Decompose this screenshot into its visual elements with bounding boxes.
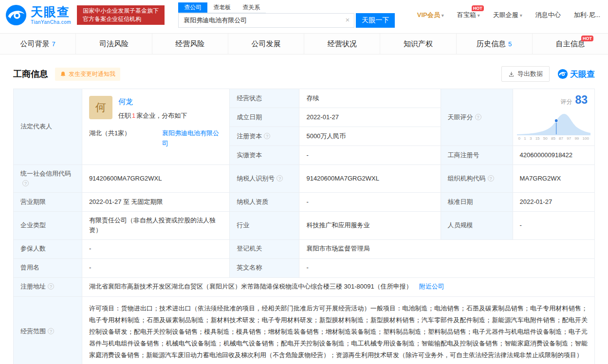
company-count[interactable]: 1 [132,112,135,119]
search-tab-company[interactable]: 查公司 [178,2,207,13]
score-value: 83 [575,93,588,106]
field-label-company-type: 企业类型 [14,212,82,239]
field-label-address: 注册地址? [14,277,82,296]
tab-label: 知识产权 [404,39,433,49]
info-icon[interactable]: ? [264,133,270,139]
business-info-table: 法定代表人 何 何龙 任职1家企业，分布如下 湖北（共1家） 襄阳弗迪电池有限公… [13,89,595,364]
hot-badge: HOT [472,5,484,11]
section-toolbar: 工商信息 发生变更时通知我 导出数据 天眼查 [13,66,595,82]
field-value-address: 湖北省襄阳市高新技术开发区湖北自贸区（襄阳片区）米芾路陆港保税物流中心综合楼三楼… [82,277,594,296]
logo-text: 天眼查 TianYanCha.com [31,6,71,25]
tab-label: 司法风险 [99,39,129,49]
export-data-button[interactable]: 导出数据 [501,66,550,82]
hot-badge: HOT [581,36,593,41]
search-button[interactable]: 天眼一下 [356,13,395,28]
tianyancha-logo-icon [5,4,27,26]
clear-icon[interactable]: × [345,16,350,24]
field-label-registration-no: 工商注册号 [441,146,513,165]
field-value-staff-size: - [513,212,594,239]
chevron-down-icon: ▾ [520,13,522,18]
legal-rep-name-link[interactable]: 何龙 [118,96,133,107]
field-value-registered-capital: 5000万人民币 [299,127,441,146]
search-tab-relation[interactable]: 查关系 [237,2,266,13]
field-label-business-scope: 经营范围? [14,296,82,364]
field-label-insured-staff: 参保人数 [14,239,82,258]
field-value-business-scope: 许可项目：货物进出口；技术进出口（依法须经批准的项目，经相关部门批准后方可开展经… [82,296,594,364]
legal-rep-position: 任职1家企业，分布如下 [118,111,187,121]
menu-user[interactable]: 加利·尼... [574,11,600,19]
tab-company-development[interactable]: 公司发展 [228,34,304,54]
field-value-taxpayer-qualification: - [299,193,441,212]
field-value-company-type: 有限责任公司（非自然人投资或控股的法人独资） [82,212,229,239]
notify-change-button[interactable]: 发生变更时通知我 [55,68,120,81]
score-axis: 013155085879799100 [517,135,590,142]
info-icon[interactable]: ? [488,175,494,182]
field-label-credit-code: 统一社会信用代码? [14,165,82,193]
menu-enterprise-service[interactable]: 天眼企服▾ [493,11,522,19]
tab-count: 7 [52,40,55,48]
info-icon[interactable]: ? [22,180,29,186]
tianyancha-watermark: 天眼查 [557,69,595,80]
nearby-companies-link[interactable]: 附近公司 [419,283,444,290]
score-prefix: 评分 [560,98,572,105]
field-label-legal-rep: 法定代表人 [14,89,82,165]
tab-operating-status[interactable]: 经营状况 [304,34,380,54]
legal-rep-company-link[interactable]: 襄阳弗迪电池有限公司 [162,128,222,148]
site-header: 天眼查 TianYanCha.com 国家中小企业发展子基金旗下 官方备案企业征… [0,0,608,30]
search-input[interactable] [178,13,354,28]
menu-treasure-label: 百宝箱 [457,11,476,18]
menu-message-center[interactable]: 消息中心 [535,11,561,19]
chevron-down-icon: ▾ [442,13,444,18]
tab-self-info[interactable]: HOT自主信息 [532,34,608,54]
field-value-paid-capital: - [299,146,441,165]
download-icon [508,71,515,77]
menu-vip-label: VIP会员 [417,11,440,18]
field-value-legal-rep: 何 何龙 任职1家企业，分布如下 湖北（共1家） 襄阳弗迪电池有限公司 [82,89,229,165]
menu-treasure-box[interactable]: HOT百宝箱▾ [457,11,480,19]
notify-change-label: 发生变更时通知我 [69,70,115,78]
info-icon[interactable]: ? [48,283,54,290]
chevron-down-icon: ▾ [478,13,480,18]
field-value-registration-authority: 襄阳市市场监督管理局 [299,239,595,258]
field-value-english-name: - [299,258,595,277]
tianyancha-logo[interactable]: 天眼查 TianYanCha.com [5,4,71,26]
tab-intellectual-property[interactable]: 知识产权 [380,34,456,54]
tab-history-info[interactable]: 历史信息5 [456,34,532,54]
tab-judicial-risk[interactable]: 司法风险 [75,34,151,54]
tab-label: 经营风险 [175,39,204,49]
field-label-taxpayer-no: 纳税人识别号? [230,165,299,193]
bell-icon [60,71,66,77]
field-value-credit-code: 91420600MA7GRG2WXL [82,165,229,193]
menu-enterprise-label: 天眼企服 [493,11,518,18]
field-value-industry: 科技推广和应用服务业 [299,212,441,239]
field-label-taxpayer-qualification: 纳税人资质 [230,193,299,212]
field-value-insured-staff: - [82,239,229,258]
tab-label: 历史信息 [477,39,506,49]
export-data-label: 导出数据 [517,70,543,78]
section-nav: 公司背景7 司法风险 经营风险 公司发展 经营状况 知识产权 历史信息5 HOT… [0,33,608,55]
info-icon[interactable]: ? [276,175,283,182]
info-icon[interactable]: ? [475,114,481,120]
brand-domain: TianYanCha.com [31,19,71,25]
field-value-registration-no: 420600000918422 [513,146,594,165]
field-value-status: 存续 [299,89,441,108]
search-tab-boss[interactable]: 查老板 [207,2,237,13]
field-value-established: 2022-01-27 [299,108,441,127]
field-label-staff-size: 人员规模 [441,212,513,239]
field-label-org-code: 组织机构代码? [441,165,513,193]
field-label-former-name: 曾用名 [14,258,82,277]
tab-label: 公司背景 [20,39,50,49]
field-label-status: 经营状态 [230,89,299,108]
info-icon[interactable]: ? [48,328,54,334]
field-label-score: 天眼评分? [441,89,513,146]
field-value-taxpayer-no: 91420600MA7GRG2WXL [299,165,441,193]
menu-vip[interactable]: VIP会员▾ [417,11,444,19]
tab-operating-risk[interactable]: 经营风险 [152,34,228,54]
score-panel: 评分83 013155085879799100 [513,89,594,146]
tab-company-background[interactable]: 公司背景7 [0,34,75,54]
field-label-approved-date: 核准日期 [441,193,513,212]
field-label-english-name: 英文名称 [230,258,299,277]
tianyancha-logo-icon [557,69,568,79]
field-label-business-term: 营业期限 [14,193,82,212]
field-value-approved-date: 2022-01-27 [513,193,594,212]
